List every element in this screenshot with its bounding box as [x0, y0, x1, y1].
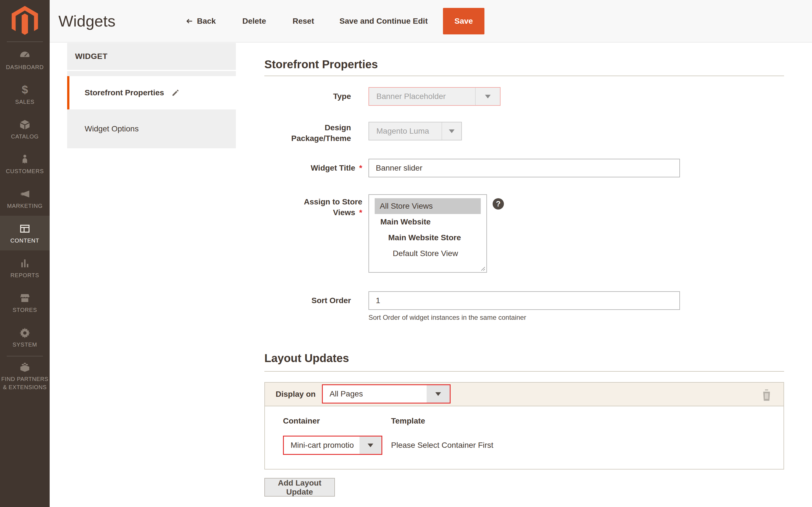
sidebar-divider	[7, 42, 43, 42]
page-actions: Back Delete Reset Save and Continue Edit…	[185, 0, 484, 42]
resize-handle-icon[interactable]	[480, 266, 485, 271]
page-title: Widgets	[58, 0, 115, 42]
type-select-value: Banner Placeholder	[369, 88, 475, 105]
sidebar-item-system[interactable]: SYSTEM	[0, 320, 50, 354]
sidebar-item-customers[interactable]: CUSTOMERS	[0, 146, 50, 181]
section-title-layout-updates: Layout Updates	[264, 352, 349, 364]
container-label: Container	[283, 416, 320, 426]
tab-label: Widget Options	[85, 124, 139, 133]
section-title-storefront-properties: Storefront Properties	[264, 58, 378, 71]
stores-icon	[19, 292, 31, 304]
delete-button[interactable]: Delete	[242, 17, 266, 26]
page-header: Widgets Back Delete Reset Save and Conti…	[50, 0, 812, 43]
widget-nav-panel: WIDGET Storefront Properties Widget Opti…	[67, 43, 236, 148]
section-divider	[264, 371, 784, 372]
magento-logo-icon	[11, 6, 38, 36]
sidebar-item-dashboard[interactable]: DASHBOARD	[0, 42, 50, 77]
template-label: Template	[391, 416, 425, 426]
sidebar-nav: DASHBOARD $ SALES CATALOG CUSTOMERS MARK…	[0, 42, 50, 354]
chevron-down-icon	[485, 95, 491, 98]
sidebar-item-label: SYSTEM	[12, 341, 37, 348]
section-divider	[264, 75, 784, 76]
save-button[interactable]: Save	[443, 8, 484, 35]
sidebar-item-marketing[interactable]: MARKETING	[0, 181, 50, 216]
sidebar-item-label: REPORTS	[10, 272, 39, 279]
trash-icon	[760, 388, 773, 402]
sidebar-item-sales[interactable]: $ SALES	[0, 77, 50, 112]
type-select[interactable]: Banner Placeholder	[369, 87, 500, 106]
customers-icon	[19, 153, 31, 166]
chevron-down-icon	[368, 444, 373, 447]
dashboard-icon	[19, 49, 31, 62]
display-on-select[interactable]: All Pages	[322, 384, 450, 403]
dropdown-area	[441, 122, 461, 140]
content-icon	[19, 222, 31, 235]
store-view-option-main-website[interactable]: Main Website	[369, 214, 486, 230]
sidebar-item-stores[interactable]: STORES	[0, 285, 50, 320]
dropdown-area	[360, 437, 381, 454]
layout-update-body: Container Template Mini-cart promotio Pl…	[265, 406, 783, 469]
catalog-icon	[19, 118, 31, 131]
sort-order-note: Sort Order of widget instances in the sa…	[369, 314, 526, 322]
tab-widget-options[interactable]: Widget Options	[67, 109, 236, 148]
reset-button[interactable]: Reset	[292, 17, 314, 26]
sidebar-item-catalog[interactable]: CATALOG	[0, 112, 50, 146]
sidebar-item-label: CATALOG	[11, 133, 39, 140]
back-arrow-icon	[185, 17, 194, 25]
extensions-icon	[18, 359, 31, 374]
layout-update-card: Display on All Pages Container Template …	[264, 382, 784, 469]
design-package-theme-select[interactable]: Magento Luma	[369, 122, 462, 140]
store-views-multiselect[interactable]: All Store Views Main Website Main Websit…	[369, 194, 487, 273]
delete-layout-update-button[interactable]	[760, 388, 773, 402]
admin-sidebar: DASHBOARD $ SALES CATALOG CUSTOMERS MARK…	[0, 0, 50, 507]
required-mark: *	[359, 164, 362, 172]
marketing-icon	[19, 187, 31, 201]
store-view-option-all[interactable]: All Store Views	[375, 198, 481, 214]
dropdown-area	[475, 88, 500, 105]
save-and-continue-button[interactable]: Save and Continue Edit	[339, 17, 428, 26]
widget-title-label: Widget Title*	[264, 159, 362, 177]
sidebar-item-label: CUSTOMERS	[6, 168, 44, 175]
reports-icon	[19, 257, 31, 270]
required-mark: *	[359, 208, 362, 217]
store-view-option-default[interactable]: Default Store View	[369, 245, 486, 262]
template-value: Please Select Container First	[391, 441, 493, 450]
sidebar-divider	[7, 356, 43, 356]
back-button[interactable]: Back	[185, 17, 216, 26]
sidebar-item-label: DASHBOARD	[6, 63, 44, 71]
tab-label: Storefront Properties	[85, 88, 164, 97]
container-select[interactable]: Mini-cart promotio	[283, 436, 382, 455]
chevron-down-icon	[435, 392, 441, 396]
sidebar-item-reports[interactable]: REPORTS	[0, 250, 50, 285]
sidebar-item-content[interactable]: CONTENT	[0, 216, 50, 250]
assign-store-views-label: Assign to Store Views*	[264, 196, 362, 218]
widget-title-input[interactable]	[369, 159, 680, 177]
add-layout-update-button[interactable]: Add Layout Update	[264, 478, 335, 497]
sales-icon: $	[22, 83, 28, 97]
type-label: Type	[264, 87, 362, 106]
container-select-value: Mini-cart promotio	[284, 437, 360, 454]
layout-update-header: Display on All Pages	[265, 383, 783, 406]
sidebar-item-label: CONTENT	[10, 237, 39, 244]
widget-panel-strip	[67, 71, 236, 76]
sort-order-label: Sort Order	[264, 291, 362, 310]
design-package-theme-label: Design Package/Theme	[264, 121, 362, 144]
sort-order-input[interactable]	[369, 291, 680, 310]
display-on-value: All Pages	[323, 385, 427, 403]
widget-panel-header: WIDGET	[67, 43, 236, 70]
dropdown-area	[427, 385, 450, 403]
magento-logo[interactable]	[0, 0, 50, 42]
sidebar-item-find-partners[interactable]: FIND PARTNERS & EXTENSIONS	[0, 359, 50, 391]
tab-storefront-properties[interactable]: Storefront Properties	[67, 76, 236, 109]
sidebar-item-label: MARKETING	[7, 202, 43, 210]
store-view-option-main-website-store[interactable]: Main Website Store	[369, 230, 486, 245]
sidebar-item-label: STORES	[13, 306, 37, 314]
sidebar-item-label: SALES	[15, 98, 35, 106]
sidebar-item-label: FIND PARTNERS & EXTENSIONS	[1, 375, 48, 391]
system-icon	[19, 326, 31, 339]
display-on-label: Display on	[276, 390, 316, 399]
pencil-icon	[171, 88, 180, 97]
chevron-down-icon	[449, 129, 454, 133]
main-content: Storefront Properties Type Banner Placeh…	[264, 43, 784, 507]
help-icon[interactable]: ?	[493, 198, 504, 210]
